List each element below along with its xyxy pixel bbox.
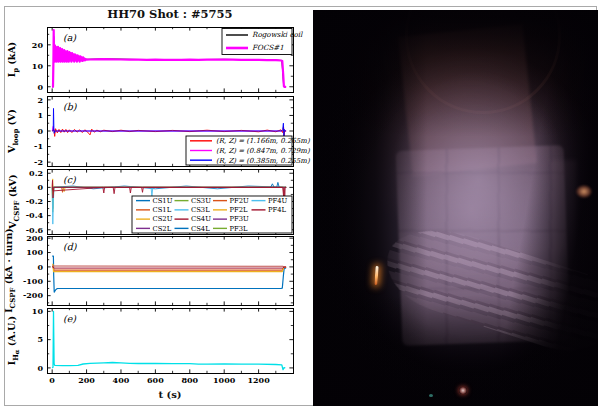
svg-text:PF4U: PF4U bbox=[268, 197, 288, 205]
chart-canvas: 20100Ip (kA)(a)Rogowski coilFOCS#1210-1-… bbox=[0, 0, 313, 414]
svg-text:CS3L: CS3L bbox=[191, 206, 210, 214]
plasma-camera-photo bbox=[313, 10, 598, 406]
svg-text:0: 0 bbox=[37, 363, 43, 373]
svg-text:(R, Z) = (1.166m, 0.265m): (R, Z) = (1.166m, 0.265m) bbox=[216, 137, 311, 145]
svg-text:200: 200 bbox=[78, 375, 95, 385]
svg-text:-200: -200 bbox=[23, 290, 43, 300]
svg-text:PF3L: PF3L bbox=[230, 225, 249, 233]
figure-root: HH70 Shot : #5755 20100Ip (kA)(a)Rogowsk… bbox=[0, 0, 600, 414]
svg-text:CS1U: CS1U bbox=[153, 197, 173, 205]
svg-text:0: 0 bbox=[49, 375, 55, 385]
photo-ember-spot bbox=[576, 185, 592, 198]
panel-e: 0200400600800100012001050IHα (A.U.)(e) bbox=[6, 306, 294, 385]
svg-text:FOCS#1: FOCS#1 bbox=[252, 43, 284, 52]
svg-text:CS4U: CS4U bbox=[191, 215, 211, 223]
photo-speck bbox=[429, 394, 433, 397]
svg-text:PF4L: PF4L bbox=[268, 206, 287, 214]
svg-text:(c): (c) bbox=[63, 174, 77, 185]
svg-text:(a): (a) bbox=[63, 32, 77, 43]
x-axis-label: t (s) bbox=[47, 389, 293, 400]
svg-text:Vloop (V): Vloop (V) bbox=[6, 109, 20, 154]
svg-text:10: 10 bbox=[32, 306, 44, 316]
panel-b: 210-1-2Vloop (V)(b)(R, Z) = (1.166m, 0.2… bbox=[6, 95, 311, 167]
svg-text:ICSPF (kA · turn): ICSPF (kA · turn) bbox=[3, 228, 17, 313]
svg-text:(R, Z) = (0.385m, 0.255m): (R, Z) = (0.385m, 0.255m) bbox=[216, 157, 311, 165]
svg-text:CS4L: CS4L bbox=[191, 225, 210, 233]
svg-text:200: 200 bbox=[26, 233, 43, 243]
svg-text:PF3U: PF3U bbox=[230, 215, 250, 223]
svg-text:PF2L: PF2L bbox=[230, 206, 249, 214]
svg-text:Rogowski coil: Rogowski coil bbox=[252, 30, 303, 39]
svg-text:(d): (d) bbox=[63, 241, 78, 252]
svg-text:Ip (kA): Ip (kA) bbox=[6, 42, 20, 78]
svg-text:-0.4: -0.4 bbox=[26, 210, 44, 220]
svg-text:-1: -1 bbox=[34, 141, 43, 151]
svg-text:(e): (e) bbox=[63, 313, 77, 324]
svg-text:PF2U: PF2U bbox=[230, 197, 250, 205]
svg-text:CS3U: CS3U bbox=[191, 197, 211, 205]
svg-text:(R, Z) = (0.847m, 0.729m): (R, Z) = (0.847m, 0.729m) bbox=[216, 147, 311, 155]
svg-text:800: 800 bbox=[181, 375, 198, 385]
svg-text:CS1L: CS1L bbox=[153, 206, 172, 214]
svg-text:1200: 1200 bbox=[247, 375, 270, 385]
svg-text:0: 0 bbox=[37, 182, 43, 192]
svg-text:20: 20 bbox=[32, 40, 44, 50]
svg-text:100: 100 bbox=[26, 247, 43, 257]
svg-text:2: 2 bbox=[37, 95, 43, 105]
svg-text:VCSPF (kV): VCSPF (kV) bbox=[7, 174, 21, 230]
svg-text:5: 5 bbox=[37, 334, 43, 344]
svg-text:10: 10 bbox=[32, 61, 44, 71]
svg-text:400: 400 bbox=[113, 375, 130, 385]
svg-text:-2: -2 bbox=[34, 157, 43, 167]
svg-text:0: 0 bbox=[37, 262, 43, 272]
svg-text:(b): (b) bbox=[63, 101, 78, 112]
svg-text:600: 600 bbox=[147, 375, 164, 385]
svg-text:IHα (A.U.): IHα (A.U.) bbox=[6, 316, 20, 365]
photo-vignette bbox=[313, 10, 598, 406]
photo-bottom-spark bbox=[459, 387, 467, 394]
svg-text:CS2L: CS2L bbox=[153, 225, 172, 233]
svg-text:-100: -100 bbox=[23, 276, 43, 286]
svg-text:-0.2: -0.2 bbox=[26, 196, 43, 206]
svg-text:0: 0 bbox=[37, 82, 43, 92]
svg-text:1000: 1000 bbox=[213, 375, 236, 385]
svg-text:0.2: 0.2 bbox=[29, 168, 43, 178]
panel-a: 20100Ip (kA)(a)Rogowski coilFOCS#1 bbox=[6, 27, 303, 93]
svg-text:CS2U: CS2U bbox=[153, 215, 173, 223]
svg-text:1: 1 bbox=[37, 110, 43, 120]
svg-text:0: 0 bbox=[37, 126, 43, 136]
panel-c: 0.20-0.2-0.4-0.6VCSPF (kV)(c)CS1UCS1LCS2… bbox=[7, 168, 294, 235]
panel-d: 2001000-100-200ICSPF (kA · turn)(d) bbox=[3, 228, 294, 313]
